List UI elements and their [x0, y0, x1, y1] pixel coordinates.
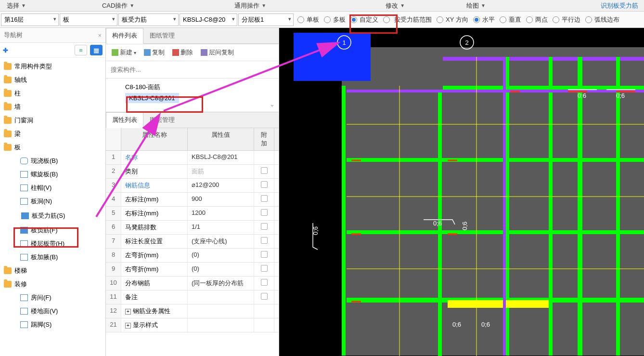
radio-single[interactable]	[297, 16, 304, 23]
radio-custom[interactable]	[350, 16, 357, 23]
prop-value[interactable]: (支座中心线)	[188, 235, 254, 248]
prop-value[interactable]: 1/1	[188, 221, 254, 234]
floor-copy-button[interactable]: 层间复制	[198, 47, 237, 58]
prop-value[interactable]: (0)	[188, 263, 254, 276]
ribbon-right-label[interactable]: 识别板受力筋	[595, 0, 644, 11]
table-row[interactable]: 2类别面筋	[106, 165, 279, 179]
tree-sub-item[interactable]: 楼地面(V)	[0, 304, 105, 318]
prop-value[interactable]	[188, 318, 254, 332]
tree-sub-item[interactable]: 螺旋板(B)	[0, 168, 105, 181]
tree-sub-item[interactable]: 板受力筋(S)	[0, 208, 105, 224]
prop-value[interactable]: ⌀12@200	[188, 179, 254, 192]
tab-component-list[interactable]: 构件列表	[106, 28, 143, 44]
tree-folder-item[interactable]: 门窗洞	[0, 114, 105, 127]
checkbox[interactable]	[261, 251, 268, 258]
prop-attach[interactable]	[254, 290, 274, 304]
prop-attach[interactable]	[254, 165, 274, 178]
close-icon[interactable]: ×	[98, 32, 102, 39]
tree-sub-item[interactable]: 板洞(N)	[0, 195, 105, 208]
tree-folder-item[interactable]: 装修	[0, 277, 105, 291]
tree-sub-item[interactable]: 现浇板(B)	[0, 154, 105, 168]
search-input[interactable]	[109, 64, 276, 75]
tree-sub-item[interactable]: 房间(F)	[0, 291, 105, 304]
tab-drawing-manage[interactable]: 图纸管理	[143, 28, 181, 43]
view-list-icon[interactable]: ≡	[75, 45, 87, 55]
tree-sub-item[interactable]: 楼层板带(H)	[0, 237, 105, 251]
ribbon-tab-modify[interactable]: 修改▼	[379, 0, 412, 11]
prop-attach[interactable]	[254, 277, 274, 290]
table-row[interactable]: 5右标注(mm)1200	[106, 207, 279, 221]
combo-component-name[interactable]: KBSLJ-C8@20	[180, 13, 237, 26]
delete-button[interactable]: 删除	[169, 47, 196, 58]
checkbox[interactable]	[261, 237, 268, 244]
prop-attach[interactable]	[254, 179, 274, 192]
prop-value[interactable]: 900	[188, 193, 254, 206]
radio-arc[interactable]	[585, 16, 592, 23]
radio-twopoint[interactable]	[526, 16, 533, 23]
prop-value[interactable]: 1200	[188, 207, 254, 220]
checkbox[interactable]	[261, 195, 268, 202]
copy-button[interactable]: 复制	[141, 47, 167, 58]
expand-icon[interactable]: +	[125, 309, 131, 315]
prop-value[interactable]: 面筋	[188, 165, 254, 178]
list-item-selected[interactable]: KBSLJ-C8@201	[125, 93, 179, 103]
prop-value[interactable]: (同一板厚的分布筋	[188, 277, 254, 290]
tree-sub-item[interactable]: 踢脚(S)	[0, 318, 105, 331]
list-item[interactable]: C8-180-面筋	[111, 81, 274, 93]
prop-attach[interactable]	[254, 304, 274, 318]
ribbon-tab-general[interactable]: 通用操作▼	[228, 0, 273, 11]
expand-icon[interactable]: +	[125, 323, 131, 329]
prop-attach[interactable]	[254, 235, 274, 248]
combo-category[interactable]: 板	[60, 13, 117, 26]
checkbox[interactable]	[261, 167, 268, 174]
tree-sub-item[interactable]: 柱帽(V)	[0, 181, 105, 195]
ribbon-tab-cad[interactable]: CAD操作▼	[95, 0, 141, 11]
tree-sub-item[interactable]: 板负筋(F)	[0, 224, 105, 237]
radio-vertical[interactable]	[500, 16, 506, 23]
checkbox[interactable]	[261, 223, 268, 230]
table-row[interactable]: 4左标注(mm)900	[106, 193, 279, 207]
table-row[interactable]: 12+钢筋业务属性	[106, 304, 279, 318]
tab-layer-manage[interactable]: 图层管理	[143, 112, 181, 128]
table-row[interactable]: 8左弯折(mm)(0)	[106, 249, 279, 263]
table-row[interactable]: 6马凳筋排数1/1	[106, 221, 279, 235]
table-row[interactable]: 7标注长度位置(支座中心线)	[106, 235, 279, 249]
prop-value[interactable]	[188, 290, 254, 304]
table-row[interactable]: 3钢筋信息⌀12@200	[106, 179, 279, 193]
prop-attach[interactable]	[254, 263, 274, 276]
combo-component-type[interactable]: 板受力筋	[118, 13, 179, 26]
checkbox[interactable]	[261, 293, 268, 300]
radio-horizontal[interactable]	[473, 16, 480, 23]
table-row[interactable]: 1名称KBSLJ-C8@201	[106, 151, 279, 165]
prop-value[interactable]: (0)	[188, 249, 254, 262]
prop-attach[interactable]	[254, 193, 274, 206]
table-row[interactable]: 11备注	[106, 290, 279, 304]
tab-properties[interactable]: 属性列表	[106, 112, 143, 128]
prop-value[interactable]	[188, 304, 254, 318]
chevron-down-icon[interactable]: ⌄	[270, 101, 275, 108]
expand-icon[interactable]: ✚	[3, 47, 8, 54]
prop-attach[interactable]	[254, 207, 274, 220]
tree-folder-item[interactable]: 柱	[0, 87, 105, 100]
prop-attach[interactable]	[254, 221, 274, 234]
tree-folder-item[interactable]: 楼梯	[0, 264, 105, 277]
ribbon-tab-select[interactable]: 选择▼	[0, 0, 33, 11]
prop-attach[interactable]	[254, 318, 274, 332]
tree-folder-item[interactable]: 板	[0, 141, 105, 154]
radio-xy[interactable]	[437, 16, 443, 23]
tree-folder-item[interactable]: 墙	[0, 100, 105, 114]
view-grid-icon[interactable]: ▦	[90, 45, 103, 55]
ribbon-tab-draw[interactable]: 绘图▼	[460, 0, 492, 11]
prop-value[interactable]: KBSLJ-C8@201	[188, 151, 254, 164]
checkbox[interactable]	[261, 279, 268, 286]
radio-multi[interactable]	[324, 16, 331, 23]
tree-folder-item[interactable]: 轴线	[0, 73, 105, 87]
checkbox[interactable]	[261, 181, 268, 188]
prop-attach[interactable]	[254, 151, 274, 164]
table-row[interactable]: 10分布钢筋(同一板厚的分布筋	[106, 277, 279, 290]
tree-folder-item[interactable]: 常用构件类型	[0, 60, 105, 73]
table-row[interactable]: 9右弯折(mm)(0)	[106, 263, 279, 277]
combo-layer[interactable]: 分层板1	[238, 13, 294, 26]
drawing-canvas[interactable]: 1 2 0;6 0;6 0;6 0;6 0;6 0;6 0;6	[279, 28, 644, 356]
checkbox[interactable]	[261, 209, 268, 216]
